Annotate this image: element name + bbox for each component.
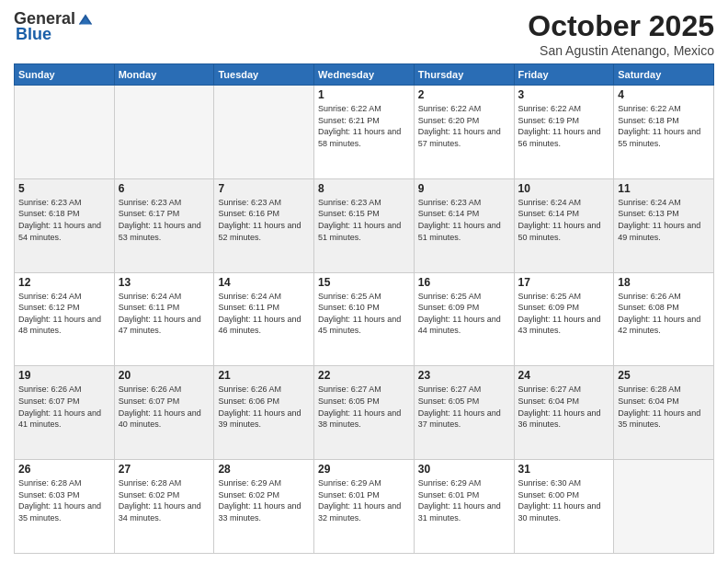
calendar-day-cell: 21Sunrise: 6:26 AMSunset: 6:06 PMDayligh… <box>214 366 314 460</box>
calendar-day-cell <box>614 460 714 554</box>
logo-blue: Blue <box>16 25 51 44</box>
calendar-day-cell: 14Sunrise: 6:24 AMSunset: 6:11 PMDayligh… <box>214 272 314 366</box>
day-info: Sunrise: 6:26 AMSunset: 6:07 PMDaylight:… <box>119 384 210 430</box>
calendar-week-row: 1Sunrise: 6:22 AMSunset: 6:21 PMDaylight… <box>15 86 714 179</box>
day-number: 28 <box>218 463 310 476</box>
day-info: Sunrise: 6:27 AMSunset: 6:05 PMDaylight:… <box>418 384 510 430</box>
calendar-table: SundayMondayTuesdayWednesdayThursdayFrid… <box>14 63 714 554</box>
day-info: Sunrise: 6:23 AMSunset: 6:17 PMDaylight:… <box>119 197 210 243</box>
day-number: 5 <box>18 182 110 195</box>
day-number: 10 <box>518 182 610 195</box>
calendar-day-cell: 1Sunrise: 6:22 AMSunset: 6:21 PMDaylight… <box>314 86 415 179</box>
day-number: 22 <box>318 369 410 382</box>
day-info: Sunrise: 6:22 AMSunset: 6:19 PMDaylight:… <box>518 103 610 149</box>
day-info: Sunrise: 6:26 AMSunset: 6:06 PMDaylight:… <box>218 384 310 430</box>
title-block: October 2025 San Agustin Atenango, Mexic… <box>528 9 714 58</box>
day-info: Sunrise: 6:28 AMSunset: 6:03 PMDaylight:… <box>18 477 110 523</box>
day-info: Sunrise: 6:29 AMSunset: 6:01 PMDaylight:… <box>418 477 510 523</box>
calendar-day-cell: 27Sunrise: 6:28 AMSunset: 6:02 PMDayligh… <box>114 460 214 554</box>
calendar-day-cell: 29Sunrise: 6:29 AMSunset: 6:01 PMDayligh… <box>314 460 415 554</box>
calendar-day-cell: 20Sunrise: 6:26 AMSunset: 6:07 PMDayligh… <box>114 366 214 460</box>
day-number: 26 <box>18 463 110 476</box>
day-info: Sunrise: 6:30 AMSunset: 6:00 PMDaylight:… <box>518 477 610 523</box>
day-number: 21 <box>218 369 310 382</box>
calendar-day-cell: 9Sunrise: 6:23 AMSunset: 6:14 PMDaylight… <box>414 178 514 272</box>
day-info: Sunrise: 6:23 AMSunset: 6:15 PMDaylight:… <box>318 197 410 243</box>
day-info: Sunrise: 6:23 AMSunset: 6:14 PMDaylight:… <box>418 197 510 243</box>
calendar-day-cell: 12Sunrise: 6:24 AMSunset: 6:12 PMDayligh… <box>15 272 115 366</box>
calendar-week-row: 19Sunrise: 6:26 AMSunset: 6:07 PMDayligh… <box>15 366 714 460</box>
day-number: 15 <box>318 276 410 289</box>
day-info: Sunrise: 6:24 AMSunset: 6:11 PMDaylight:… <box>119 291 210 337</box>
calendar-day-cell: 15Sunrise: 6:25 AMSunset: 6:10 PMDayligh… <box>314 272 415 366</box>
day-number: 14 <box>218 276 310 289</box>
day-number: 7 <box>218 182 310 195</box>
calendar-week-row: 12Sunrise: 6:24 AMSunset: 6:12 PMDayligh… <box>15 272 714 366</box>
calendar-day-cell: 8Sunrise: 6:23 AMSunset: 6:15 PMDaylight… <box>314 178 415 272</box>
day-number: 29 <box>318 463 410 476</box>
day-info: Sunrise: 6:26 AMSunset: 6:07 PMDaylight:… <box>18 384 110 430</box>
day-number: 8 <box>318 182 410 195</box>
day-info: Sunrise: 6:27 AMSunset: 6:04 PMDaylight:… <box>518 384 610 430</box>
calendar-day-cell: 24Sunrise: 6:27 AMSunset: 6:04 PMDayligh… <box>514 366 614 460</box>
calendar-week-row: 5Sunrise: 6:23 AMSunset: 6:18 PMDaylight… <box>15 178 714 272</box>
calendar-day-cell: 18Sunrise: 6:26 AMSunset: 6:08 PMDayligh… <box>614 272 714 366</box>
day-number: 30 <box>418 463 510 476</box>
calendar-day-cell <box>15 86 115 179</box>
calendar-day-cell: 7Sunrise: 6:23 AMSunset: 6:16 PMDaylight… <box>214 178 314 272</box>
day-info: Sunrise: 6:22 AMSunset: 6:18 PMDaylight:… <box>618 103 710 149</box>
day-info: Sunrise: 6:27 AMSunset: 6:05 PMDaylight:… <box>318 384 410 430</box>
weekday-header: Wednesday <box>314 64 415 86</box>
day-number: 4 <box>618 88 710 101</box>
weekday-header: Friday <box>514 64 614 86</box>
calendar-day-cell: 22Sunrise: 6:27 AMSunset: 6:05 PMDayligh… <box>314 366 415 460</box>
calendar-day-cell: 28Sunrise: 6:29 AMSunset: 6:02 PMDayligh… <box>214 460 314 554</box>
day-info: Sunrise: 6:26 AMSunset: 6:08 PMDaylight:… <box>618 291 710 337</box>
logo: General Blue <box>14 9 94 44</box>
day-info: Sunrise: 6:23 AMSunset: 6:18 PMDaylight:… <box>18 197 110 243</box>
calendar-header-row: SundayMondayTuesdayWednesdayThursdayFrid… <box>15 64 714 86</box>
day-info: Sunrise: 6:24 AMSunset: 6:12 PMDaylight:… <box>18 291 110 337</box>
calendar-day-cell: 10Sunrise: 6:24 AMSunset: 6:14 PMDayligh… <box>514 178 614 272</box>
day-number: 31 <box>518 463 610 476</box>
day-info: Sunrise: 6:25 AMSunset: 6:09 PMDaylight:… <box>518 291 610 337</box>
day-number: 11 <box>618 182 710 195</box>
month-title: October 2025 <box>528 9 714 43</box>
day-number: 23 <box>418 369 510 382</box>
calendar-day-cell: 26Sunrise: 6:28 AMSunset: 6:03 PMDayligh… <box>15 460 115 554</box>
weekday-header: Thursday <box>414 64 514 86</box>
weekday-header: Sunday <box>15 64 115 86</box>
day-number: 9 <box>418 182 510 195</box>
calendar-day-cell: 25Sunrise: 6:28 AMSunset: 6:04 PMDayligh… <box>614 366 714 460</box>
day-number: 24 <box>518 369 610 382</box>
day-info: Sunrise: 6:25 AMSunset: 6:10 PMDaylight:… <box>318 291 410 337</box>
calendar-day-cell: 17Sunrise: 6:25 AMSunset: 6:09 PMDayligh… <box>514 272 614 366</box>
calendar-week-row: 26Sunrise: 6:28 AMSunset: 6:03 PMDayligh… <box>15 460 714 554</box>
header: General Blue October 2025 San Agustin At… <box>14 9 714 58</box>
day-info: Sunrise: 6:24 AMSunset: 6:13 PMDaylight:… <box>618 197 710 243</box>
day-info: Sunrise: 6:23 AMSunset: 6:16 PMDaylight:… <box>218 197 310 243</box>
calendar-day-cell: 5Sunrise: 6:23 AMSunset: 6:18 PMDaylight… <box>15 178 115 272</box>
location-title: San Agustin Atenango, Mexico <box>528 43 714 58</box>
day-info: Sunrise: 6:24 AMSunset: 6:11 PMDaylight:… <box>218 291 310 337</box>
day-number: 25 <box>618 369 710 382</box>
day-number: 2 <box>418 88 510 101</box>
calendar-day-cell: 3Sunrise: 6:22 AMSunset: 6:19 PMDaylight… <box>514 86 614 179</box>
day-info: Sunrise: 6:25 AMSunset: 6:09 PMDaylight:… <box>418 291 510 337</box>
day-number: 13 <box>119 276 210 289</box>
day-info: Sunrise: 6:29 AMSunset: 6:02 PMDaylight:… <box>218 477 310 523</box>
day-info: Sunrise: 6:22 AMSunset: 6:21 PMDaylight:… <box>318 103 410 149</box>
day-number: 19 <box>18 369 110 382</box>
logo-icon <box>77 11 94 28</box>
calendar-day-cell: 31Sunrise: 6:30 AMSunset: 6:00 PMDayligh… <box>514 460 614 554</box>
page: General Blue October 2025 San Agustin At… <box>0 0 728 563</box>
day-info: Sunrise: 6:28 AMSunset: 6:04 PMDaylight:… <box>618 384 710 430</box>
calendar-day-cell: 16Sunrise: 6:25 AMSunset: 6:09 PMDayligh… <box>414 272 514 366</box>
calendar-day-cell <box>114 86 214 179</box>
calendar-day-cell <box>214 86 314 179</box>
day-info: Sunrise: 6:28 AMSunset: 6:02 PMDaylight:… <box>119 477 210 523</box>
weekday-header: Tuesday <box>214 64 314 86</box>
calendar-day-cell: 4Sunrise: 6:22 AMSunset: 6:18 PMDaylight… <box>614 86 714 179</box>
weekday-header: Saturday <box>614 64 714 86</box>
day-info: Sunrise: 6:24 AMSunset: 6:14 PMDaylight:… <box>518 197 610 243</box>
